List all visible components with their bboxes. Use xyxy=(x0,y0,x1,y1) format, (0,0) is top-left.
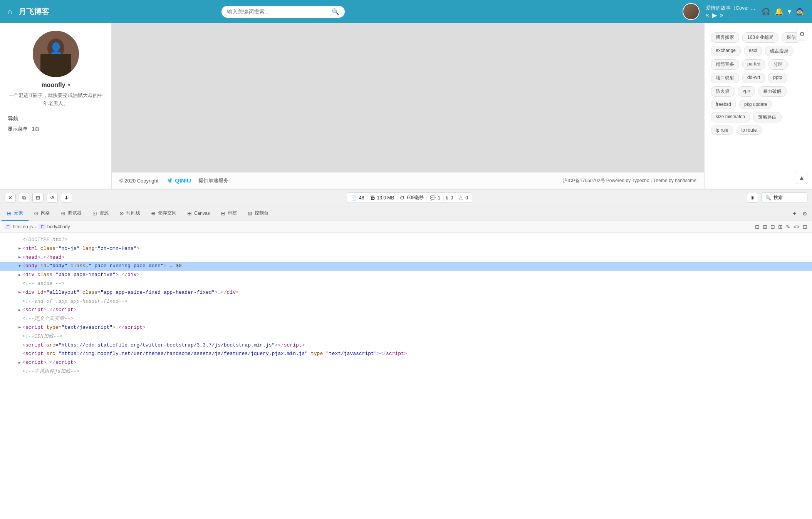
tab-label: 审核 xyxy=(228,210,237,216)
devtools-close-button[interactable]: ✕ xyxy=(5,193,16,203)
triangle-icon[interactable]: ▶ xyxy=(17,272,22,278)
search-icon[interactable]: 🔍 xyxy=(332,8,339,15)
tag-item[interactable]: vpn xyxy=(738,86,755,97)
code-line[interactable]: ▶ <html class="no-js" lang="zh-cmn-Hans"… xyxy=(0,244,812,253)
tag-item[interactable]: 暴力破解 xyxy=(758,86,787,97)
devtools-refresh-button[interactable]: ↺ xyxy=(47,193,58,203)
code-line[interactable]: <script src="https://img.moonfly.net/usr… xyxy=(0,350,812,358)
dev-tab-控制台[interactable]: ⊠控制台 xyxy=(242,206,274,221)
code-line[interactable]: <!--end of .app app-header-fixed--> xyxy=(0,297,812,306)
tag-item[interactable]: dd-wrt xyxy=(742,73,765,83)
copyright-text: © 2020 Copyright xyxy=(119,178,158,184)
devtools-download-button[interactable]: ⬇ xyxy=(61,193,72,203)
center-area: © 2020 Copyright 🐦 QINIU 提供加速服务 沪ICP备170… xyxy=(112,23,704,189)
scroll-top-button[interactable]: ▲ xyxy=(796,172,807,184)
copy-btn-2[interactable]: ⊞ xyxy=(763,224,767,230)
code-line[interactable]: <!--定义全局变量--> xyxy=(0,315,812,323)
tag-item[interactable]: pptp xyxy=(768,73,787,83)
sidebar: 👤 moonfly ▾ 一个混迹IT圈子，就快要变成油腻大叔的中年老男人。 导航… xyxy=(0,23,112,189)
code-line[interactable]: ▶ <script>…</script> xyxy=(0,306,812,315)
code-line[interactable]: <script src="https://cdn.staticfile.org/… xyxy=(0,341,812,350)
prev-btn[interactable]: « xyxy=(706,12,709,19)
breadcrumb-body[interactable]: E body#body xyxy=(39,224,70,229)
site-title: 月飞博客 xyxy=(18,7,49,17)
tag-item[interactable]: 分区 xyxy=(768,59,788,70)
stats-pill: 📄 48 | 🗜 13.0 MB | ⏱ 609毫秒 | 💬 1 | ℹ 0 |… xyxy=(347,193,472,203)
devtools-split-button[interactable]: ⊟ xyxy=(32,193,44,203)
dev-tab-调试器[interactable]: ⊛调试器 xyxy=(55,206,87,221)
triangle-icon[interactable]: ▶ xyxy=(17,325,22,331)
tag-item[interactable]: exchange xyxy=(711,46,741,56)
code-line[interactable]: ▶ <div class="pace pace-inactive">…</div… xyxy=(0,271,812,280)
user-icon[interactable]: 🧙 xyxy=(796,7,804,16)
settings-button[interactable]: ⚙ xyxy=(797,28,807,40)
search-input[interactable] xyxy=(227,8,329,15)
avatar[interactable] xyxy=(683,3,700,20)
triangle-icon[interactable]: ▶ xyxy=(17,254,22,261)
play-btn[interactable]: ▶ xyxy=(712,12,717,19)
triangle-icon[interactable]: ▶ xyxy=(17,290,22,296)
triangle-icon[interactable]: ▶ xyxy=(17,307,22,313)
devtools-undock-button[interactable]: ⧉ xyxy=(19,193,29,203)
tag-item[interactable]: ip rule xyxy=(711,126,733,135)
code-line[interactable]: ▶ <head>…</head> xyxy=(0,253,812,262)
code-line[interactable]: <!--CDN加载--> xyxy=(0,332,812,341)
tab-icon: ⊛ xyxy=(61,210,65,216)
tag-item[interactable]: 磁盘瘦身 xyxy=(765,46,794,56)
edit-btn[interactable]: ✎ xyxy=(786,224,790,230)
tab-icon: ⊕ xyxy=(151,210,156,216)
dev-tab-时间线[interactable]: ⊗时间线 xyxy=(114,206,146,221)
tag-item[interactable]: 防火墙 xyxy=(711,86,735,97)
search-bar: 🔍 xyxy=(221,6,345,18)
tag-item[interactable]: size mismatch xyxy=(711,112,750,122)
devtools-target-button[interactable]: ⊕ xyxy=(747,193,758,203)
tag-item[interactable]: parted xyxy=(742,59,765,70)
triangle-icon[interactable]: ▼ xyxy=(17,263,22,270)
tag-item[interactable]: 端口映射 xyxy=(711,73,739,83)
breadcrumb-html[interactable]: E html.no-js xyxy=(5,224,33,229)
source-btn[interactable]: <> xyxy=(794,224,800,230)
copy-icons: ⊟ ⊞ ⊟ ⊞ ✎ <> ⊡ xyxy=(755,224,807,230)
code-line[interactable]: <!-- aside --> xyxy=(0,280,812,288)
dev-tab-网络[interactable]: ⊙网络 xyxy=(29,206,55,221)
tag-item[interactable]: pkg update xyxy=(739,100,772,109)
svg-rect-3 xyxy=(40,54,71,77)
headphone-icon[interactable]: 🎧 xyxy=(762,7,770,16)
copy-btn-4[interactable]: ⊞ xyxy=(778,224,783,230)
code-line[interactable]: <!--主题组件js加载--> xyxy=(0,367,812,376)
code-line[interactable]: ▶ <div id="alllayout" class="app app-asi… xyxy=(0,288,812,297)
triangle-icon[interactable]: ▶ xyxy=(17,246,22,252)
info-icon: ℹ xyxy=(446,195,448,201)
username-dropdown[interactable]: ▾ xyxy=(68,82,70,88)
dev-tab-资源[interactable]: ⊡资源 xyxy=(87,206,114,221)
code-line[interactable]: ▼ <body id="body" class=" pace-running p… xyxy=(0,262,812,271)
code-line[interactable]: <!DOCTYPE html> xyxy=(0,236,812,244)
dropdown-icon[interactable]: ▾ xyxy=(788,7,791,16)
dev-tab-审核[interactable]: ⊟审核 xyxy=(215,206,242,221)
triangle-icon[interactable]: ▶ xyxy=(17,360,22,366)
tag-item[interactable]: 163企业邮局 xyxy=(742,32,778,43)
code-line[interactable]: ▶ <script>…</script> xyxy=(0,358,812,367)
bell-icon[interactable]: 🔔 xyxy=(775,7,783,16)
tab-label: 时间线 xyxy=(126,210,140,216)
tab-add-button[interactable]: + xyxy=(790,206,799,221)
tag-item[interactable]: 精简宣备 xyxy=(711,59,739,70)
home-icon[interactable]: ⌂ xyxy=(8,7,12,16)
tab-icon: ⊡ xyxy=(92,210,97,216)
dev-tab-元素[interactable]: ⊞元素 xyxy=(2,206,29,221)
dev-tab-Canvas[interactable]: ⊞Canvas xyxy=(182,206,215,221)
tag-item[interactable]: freebsd xyxy=(711,100,736,109)
tag-item[interactable]: 博客搬家 xyxy=(711,32,739,43)
code-line[interactable]: ▶ <script type="text/javascript">…</scri… xyxy=(0,323,812,332)
tag-item[interactable]: ip route xyxy=(737,126,762,135)
tag-item[interactable]: esxi xyxy=(744,46,762,56)
more-btn[interactable]: ⊡ xyxy=(803,224,807,230)
copy-btn-1[interactable]: ⊟ xyxy=(755,224,760,230)
copy-btn-3[interactable]: ⊟ xyxy=(770,224,775,230)
profile-avatar: 👤 xyxy=(33,31,79,77)
dev-tab-储存空间[interactable]: ⊕储存空间 xyxy=(146,206,182,221)
tab-settings-button[interactable]: ⚙ xyxy=(799,206,810,221)
tab-icon: ⊗ xyxy=(119,210,124,216)
next-btn[interactable]: » xyxy=(720,12,723,19)
tag-item[interactable]: 策略路由 xyxy=(753,112,782,122)
